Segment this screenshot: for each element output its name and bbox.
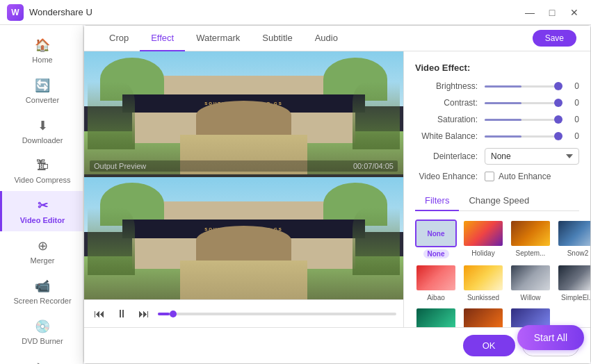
video-controls: ⏮ ⏸ ⏭: [84, 299, 403, 327]
tab-subtitle[interactable]: Subtitle: [251, 26, 303, 51]
subtab-change-speed[interactable]: Change Speed: [459, 191, 539, 211]
filter-item-r1[interactable]: [415, 307, 457, 327]
filter-thumb-sunkissed: [462, 264, 504, 292]
auto-enhance-text: Auto Enhance: [499, 172, 551, 181]
white-balance-fill: [485, 135, 521, 138]
window-controls: — □ ✕: [520, 5, 584, 20]
filter-item-holiday[interactable]: Holiday: [462, 220, 504, 258]
video-effect-title: Video Effect:: [415, 63, 579, 73]
scene-palm-left-bottom: [88, 208, 136, 275]
sidebar-label-compress: Video Compress: [14, 176, 70, 184]
scene-palm-right-bottom: [353, 208, 400, 275]
filter-item-september[interactable]: Septem...: [510, 220, 551, 258]
app-title: Wondershare U: [29, 7, 92, 17]
filter-scroll-area: None None Holiday: [415, 220, 579, 327]
dialog-area: Crop Effect Watermark Subtitle Audio Sav…: [83, 25, 591, 364]
contrast-slider[interactable]: [485, 102, 558, 104]
sidebar-item-converter[interactable]: 🔄 Converter: [0, 71, 83, 111]
app-logo: W: [7, 4, 24, 21]
pause-button[interactable]: ⏸: [113, 305, 130, 323]
filter-item-snow2[interactable]: Snow2: [557, 220, 590, 258]
sidebar-item-video-editor[interactable]: ✂ Video Editor: [0, 191, 83, 231]
converter-icon: 🔄: [35, 78, 50, 93]
home-icon: 🏠: [35, 38, 50, 53]
sidebar-label-merger: Merger: [31, 256, 55, 265]
filter-label-september: Septem...: [516, 249, 546, 257]
title-bar: W Wondershare U — □ ✕: [0, 0, 591, 25]
filter-item-sunkissed[interactable]: Sunkissed: [462, 264, 504, 301]
tab-crop[interactable]: Crop: [98, 26, 140, 51]
sidebar-item-merger[interactable]: ⊕ Merger: [0, 231, 83, 272]
filter-label-willow: Willow: [521, 294, 541, 301]
filter-thumb-snow2: [557, 220, 590, 247]
white-balance-label: White Balance:: [415, 131, 485, 141]
filter-label-none: None: [423, 249, 449, 258]
brightness-slider[interactable]: [485, 85, 558, 88]
video-top-preview: SOUTH ERN GUIDE D GS Output Preview 00:0…: [84, 51, 403, 174]
video-scene-bottom: SOUTH ERN GUIDE D GS: [84, 177, 403, 300]
sidebar-item-screen-recorder[interactable]: 📹 Screen Recorder: [0, 272, 83, 312]
skip-forward-button[interactable]: ⏭: [136, 305, 152, 323]
scene-arch-bottom: [196, 226, 292, 263]
main-layout: 🏠 Home 🔄 Converter ⬇ Downloader 🗜 Video …: [0, 25, 591, 364]
subtab-filters[interactable]: Filters: [415, 191, 459, 211]
maximize-button[interactable]: □: [542, 5, 562, 20]
sidebar-item-downloader[interactable]: ⬇ Downloader: [0, 111, 83, 151]
sub-tabs: Filters Change Speed: [415, 191, 579, 211]
filter-label-snow2: Snow2: [567, 249, 589, 257]
start-all-button[interactable]: Start All: [517, 325, 584, 350]
scene-palm-right: [353, 82, 400, 149]
video-timestamp: 00:07/04:05: [353, 162, 394, 170]
saturation-slider[interactable]: [485, 119, 558, 121]
ok-button[interactable]: OK: [463, 335, 515, 356]
brightness-thumb: [554, 82, 562, 90]
filter-item-r3[interactable]: [510, 307, 551, 327]
video-bottom-preview: SOUTH ERN GUIDE D GS: [84, 177, 403, 300]
video-preview-area: SOUTH ERN GUIDE D GS Output Preview 00:0…: [84, 51, 404, 327]
tab-watermark[interactable]: Watermark: [185, 26, 251, 51]
video-enhance-label: Video Enhance:: [415, 172, 485, 181]
compress-icon: 🗜: [36, 158, 49, 173]
minimize-button[interactable]: —: [520, 5, 540, 20]
merger-icon: ⊕: [38, 238, 48, 254]
filter-item-none[interactable]: None None: [415, 220, 457, 258]
filter-thumb-aibao: [415, 264, 457, 292]
title-bar-left: W Wondershare U: [7, 4, 92, 21]
saturation-row: Saturation: 0: [415, 115, 579, 124]
progress-fill: [158, 313, 170, 315]
tab-effect[interactable]: Effect: [140, 26, 185, 51]
sidebar-item-dvd-burner[interactable]: 💿 DVD Burner: [0, 312, 83, 352]
tab-audio[interactable]: Audio: [304, 26, 349, 51]
filter-label-simpleel: SimpleEl...: [561, 294, 590, 301]
sidebar-item-home[interactable]: 🏠 Home: [0, 31, 83, 71]
sidebar-item-video-compress[interactable]: 🗜 Video Compress: [0, 151, 83, 191]
save-button-top[interactable]: Save: [533, 30, 576, 47]
dialog-window: Crop Effect Watermark Subtitle Audio Sav…: [83, 25, 591, 364]
output-preview-text: Output Preview: [94, 162, 146, 170]
scene-arch: [196, 101, 292, 138]
auto-enhance-checkbox[interactable]: [485, 172, 494, 181]
filter-thumb-r1: [415, 307, 457, 327]
filter-item-simpleel[interactable]: SimpleEl...: [557, 264, 590, 301]
downloader-icon: ⬇: [38, 118, 48, 133]
scene-palm-left: [88, 82, 136, 149]
filter-item-willow[interactable]: Willow: [510, 264, 551, 301]
brightness-label: Brightness:: [415, 81, 485, 91]
dvd-burner-icon: 💿: [35, 319, 50, 334]
white-balance-slider[interactable]: [485, 135, 558, 138]
filter-label-aibao: Aibao: [427, 294, 445, 301]
progress-bar[interactable]: [158, 313, 396, 315]
filter-item-r2[interactable]: [462, 307, 504, 327]
player-icon: ▶: [38, 359, 47, 364]
close-button[interactable]: ✕: [565, 5, 584, 20]
sidebar-item-player[interactable]: ▶ Player: [0, 352, 83, 364]
video-scene-top: SOUTH ERN GUIDE D GS Output Preview 00:0…: [84, 51, 403, 174]
filter-item-aibao[interactable]: Aibao: [415, 264, 457, 301]
deinterlace-select[interactable]: None Blend Bob Discard: [485, 148, 579, 165]
saturation-fill: [485, 119, 521, 121]
sidebar-label-downloader: Downloader: [22, 136, 63, 144]
contrast-label: Contrast:: [415, 98, 485, 108]
skip-back-button[interactable]: ⏮: [91, 305, 108, 323]
video-editor-icon: ✂: [38, 198, 48, 213]
brightness-row: Brightness: 0: [415, 81, 579, 91]
